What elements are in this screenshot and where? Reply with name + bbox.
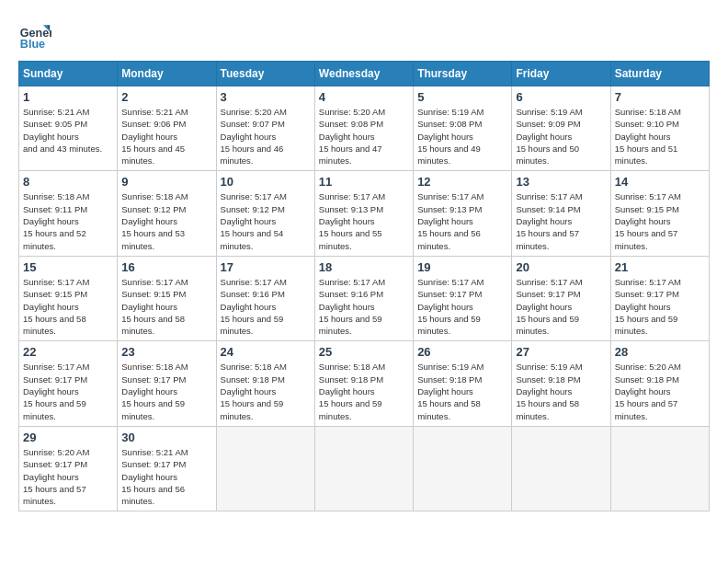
calendar-day-16: 16Sunrise: 5:17 AMSunset: 9:15 PMDayligh… [118, 256, 216, 340]
logo-icon: General Blue [18, 18, 51, 52]
calendar-day-8: 8Sunrise: 5:18 AMSunset: 9:11 PMDaylight… [19, 171, 118, 256]
calendar-day-2: 2Sunrise: 5:21 AMSunset: 9:06 PMDaylight… [118, 86, 216, 171]
week-row-5: 29Sunrise: 5:20 AMSunset: 9:17 PMDayligh… [19, 426, 710, 511]
week-row-3: 15Sunrise: 5:17 AMSunset: 9:15 PMDayligh… [19, 256, 710, 340]
calendar-day-29: 29Sunrise: 5:20 AMSunset: 9:17 PMDayligh… [19, 426, 118, 511]
header: General Blue [18, 18, 710, 52]
svg-text:Blue: Blue [20, 38, 45, 51]
calendar-day-28: 28Sunrise: 5:20 AMSunset: 9:18 PMDayligh… [610, 341, 709, 426]
weekday-header-sunday: Sunday [19, 62, 118, 86]
calendar-day-22: 22Sunrise: 5:17 AMSunset: 9:17 PMDayligh… [19, 341, 118, 426]
calendar-day-3: 3Sunrise: 5:20 AMSunset: 9:07 PMDaylight… [216, 86, 314, 171]
weekday-header-row: SundayMondayTuesdayWednesdayThursdayFrid… [19, 62, 710, 86]
weekday-header-thursday: Thursday [414, 62, 512, 86]
calendar-day-23: 23Sunrise: 5:18 AMSunset: 9:17 PMDayligh… [118, 341, 216, 426]
calendar-day-4: 4Sunrise: 5:20 AMSunset: 9:08 PMDaylight… [314, 86, 413, 171]
calendar-day-7: 7Sunrise: 5:18 AMSunset: 9:10 PMDaylight… [610, 86, 709, 171]
week-row-1: 1Sunrise: 5:21 AMSunset: 9:05 PMDaylight… [19, 86, 710, 171]
calendar-day-empty [610, 426, 709, 511]
calendar-day-9: 9Sunrise: 5:18 AMSunset: 9:12 PMDaylight… [118, 171, 216, 256]
week-row-4: 22Sunrise: 5:17 AMSunset: 9:17 PMDayligh… [19, 341, 710, 426]
calendar-day-17: 17Sunrise: 5:17 AMSunset: 9:16 PMDayligh… [216, 256, 314, 340]
calendar-day-24: 24Sunrise: 5:18 AMSunset: 9:18 PMDayligh… [216, 341, 314, 426]
calendar-day-5: 5Sunrise: 5:19 AMSunset: 9:08 PMDaylight… [414, 86, 512, 171]
weekday-header-saturday: Saturday [610, 62, 709, 86]
calendar-day-30: 30Sunrise: 5:21 AMSunset: 9:17 PMDayligh… [118, 426, 216, 511]
calendar-day-25: 25Sunrise: 5:18 AMSunset: 9:18 PMDayligh… [314, 341, 413, 426]
calendar: SundayMondayTuesdayWednesdayThursdayFrid… [18, 61, 710, 511]
calendar-day-20: 20Sunrise: 5:17 AMSunset: 9:17 PMDayligh… [512, 256, 610, 340]
calendar-day-27: 27Sunrise: 5:19 AMSunset: 9:18 PMDayligh… [512, 341, 610, 426]
calendar-day-14: 14Sunrise: 5:17 AMSunset: 9:15 PMDayligh… [610, 171, 709, 256]
calendar-day-empty [512, 426, 610, 511]
weekday-header-wednesday: Wednesday [314, 62, 413, 86]
calendar-day-19: 19Sunrise: 5:17 AMSunset: 9:17 PMDayligh… [414, 256, 512, 340]
calendar-day-11: 11Sunrise: 5:17 AMSunset: 9:13 PMDayligh… [314, 171, 413, 256]
weekday-header-tuesday: Tuesday [216, 62, 314, 86]
calendar-day-13: 13Sunrise: 5:17 AMSunset: 9:14 PMDayligh… [512, 171, 610, 256]
calendar-day-6: 6Sunrise: 5:19 AMSunset: 9:09 PMDaylight… [512, 86, 610, 171]
calendar-day-21: 21Sunrise: 5:17 AMSunset: 9:17 PMDayligh… [610, 256, 709, 340]
week-row-2: 8Sunrise: 5:18 AMSunset: 9:11 PMDaylight… [19, 171, 710, 256]
weekday-header-monday: Monday [118, 62, 216, 86]
weekday-header-friday: Friday [512, 62, 610, 86]
calendar-day-26: 26Sunrise: 5:19 AMSunset: 9:18 PMDayligh… [414, 341, 512, 426]
calendar-day-10: 10Sunrise: 5:17 AMSunset: 9:12 PMDayligh… [216, 171, 314, 256]
calendar-day-18: 18Sunrise: 5:17 AMSunset: 9:16 PMDayligh… [314, 256, 413, 340]
calendar-day-15: 15Sunrise: 5:17 AMSunset: 9:15 PMDayligh… [19, 256, 118, 340]
calendar-day-12: 12Sunrise: 5:17 AMSunset: 9:13 PMDayligh… [414, 171, 512, 256]
calendar-day-empty [414, 426, 512, 511]
calendar-day-1: 1Sunrise: 5:21 AMSunset: 9:05 PMDaylight… [19, 86, 118, 171]
calendar-day-empty [314, 426, 413, 511]
logo: General Blue [18, 18, 51, 52]
calendar-day-empty [216, 426, 314, 511]
